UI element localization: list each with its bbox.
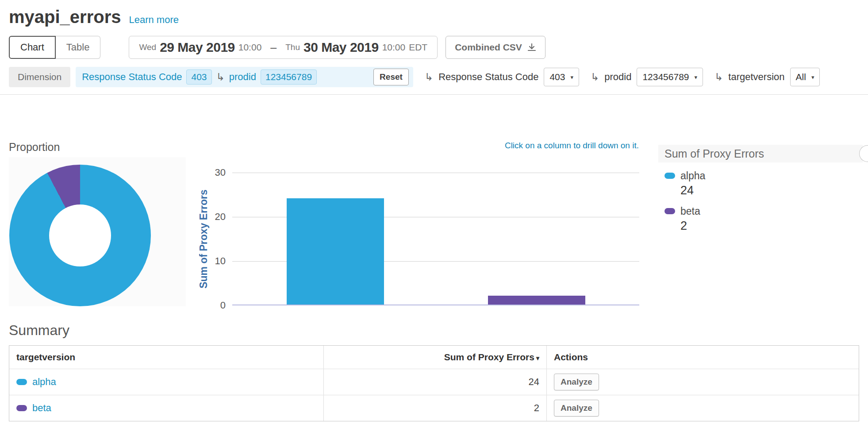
drilldown-icon: ↳ bbox=[714, 71, 723, 83]
column-header-actions: Actions bbox=[547, 346, 859, 369]
row-swatch-beta bbox=[16, 405, 27, 411]
legend-label-alpha: alpha bbox=[680, 170, 705, 182]
filter-row: Dimension Response Status Code 403 ↳ pro… bbox=[9, 67, 868, 87]
targetversion-select[interactable]: All ▾ bbox=[790, 68, 820, 86]
summary-table: targetversion Sum of Proxy Errors▾ Actio… bbox=[9, 345, 859, 421]
drilldown-hint: Click on a column to drill down on it. bbox=[232, 141, 639, 150]
y-axis-title: Sum of Proxy Errors bbox=[197, 173, 210, 305]
bar-chart bbox=[232, 173, 639, 305]
donut-chart[interactable] bbox=[9, 165, 151, 306]
cell-actions-alpha: Analyze bbox=[547, 369, 859, 395]
learn-more-link[interactable]: Learn more bbox=[129, 14, 179, 26]
y-tick-0: 0 bbox=[197, 300, 226, 311]
breadcrumb-dimension-1[interactable]: Response Status Code bbox=[82, 71, 182, 83]
legend-value-beta: 2 bbox=[680, 218, 863, 233]
legend-title: Sum of Proxy Errors bbox=[658, 145, 863, 162]
analyze-button-beta[interactable]: Analyze bbox=[554, 400, 599, 417]
y-tick-20: 20 bbox=[197, 211, 226, 223]
proportion-chart-card bbox=[9, 157, 186, 306]
reset-button[interactable]: Reset bbox=[373, 69, 409, 85]
row-link-beta[interactable]: beta bbox=[32, 402, 51, 414]
combined-csv-button[interactable]: Combined CSV bbox=[446, 36, 545, 59]
column-header-sum-of-proxy-errors[interactable]: Sum of Proxy Errors▾ bbox=[324, 346, 547, 369]
tab-chart[interactable]: Chart bbox=[9, 36, 56, 59]
chart-section: Proportion Click on a column to drill do… bbox=[0, 95, 868, 321]
legend-swatch-alpha bbox=[664, 173, 675, 179]
row-link-alpha[interactable]: alpha bbox=[32, 376, 56, 388]
chevron-down-icon: ▾ bbox=[811, 74, 814, 81]
column-header-targetversion[interactable]: targetversion bbox=[9, 346, 324, 369]
end-day: Thu bbox=[285, 42, 300, 52]
prodid-value: 123456789 bbox=[642, 72, 689, 82]
report-header: myapi_errors Learn more bbox=[0, 0, 868, 27]
table-header-row: targetversion Sum of Proxy Errors▾ Actio… bbox=[9, 346, 859, 369]
bar-beta[interactable] bbox=[488, 296, 585, 305]
bar-alpha[interactable] bbox=[287, 198, 384, 305]
filter-label-targetversion: targetversion bbox=[728, 71, 784, 83]
legend-swatch-beta bbox=[664, 208, 675, 214]
cell-actions-beta: Analyze bbox=[547, 395, 859, 421]
breadcrumb-dimension-2[interactable]: prodid bbox=[229, 71, 256, 83]
response-status-code-select[interactable]: 403 ▾ bbox=[544, 68, 579, 86]
end-date: 30 May 2019 bbox=[303, 40, 379, 55]
drilldown-icon: ↳ bbox=[425, 71, 433, 83]
end-time: 10:00 bbox=[382, 42, 406, 53]
gridline-30 bbox=[232, 173, 639, 173]
drilldown-icon: ↳ bbox=[216, 71, 225, 83]
filter-prodid: ↳ prodid 123456789 ▾ bbox=[591, 68, 703, 86]
legend-item-beta: beta bbox=[664, 205, 863, 217]
donut-hole bbox=[49, 204, 111, 266]
tab-table[interactable]: Table bbox=[56, 36, 101, 59]
x-axis-line bbox=[232, 305, 639, 305]
dimension-label: Dimension bbox=[9, 67, 70, 87]
download-icon bbox=[527, 43, 536, 52]
prodid-select[interactable]: 123456789 ▾ bbox=[637, 68, 703, 86]
table-row-alpha: alpha 24 Analyze bbox=[9, 369, 859, 395]
y-tick-30: 30 bbox=[197, 167, 226, 178]
drilldown-breadcrumb: Response Status Code 403 ↳ prodid 123456… bbox=[76, 67, 413, 87]
page-title: myapi_errors bbox=[9, 7, 121, 27]
breadcrumb-value-1[interactable]: 403 bbox=[186, 69, 211, 85]
cell-value-alpha: 24 bbox=[324, 369, 547, 395]
start-day: Wed bbox=[139, 42, 156, 52]
analyze-button-alpha[interactable]: Analyze bbox=[554, 374, 599, 390]
column-header-sum-label: Sum of Proxy Errors bbox=[444, 352, 534, 362]
legend-panel: Sum of Proxy Errors alpha 24 beta 2 bbox=[658, 145, 863, 236]
filter-targetversion: ↳ targetversion All ▾ bbox=[714, 68, 820, 86]
timezone-label: EDT bbox=[409, 42, 427, 53]
targetversion-value: All bbox=[796, 72, 806, 82]
proportion-title: Proportion bbox=[9, 141, 60, 154]
chevron-down-icon: ▾ bbox=[570, 74, 573, 81]
legend-item-alpha: alpha bbox=[664, 170, 863, 182]
breadcrumb-value-2[interactable]: 123456789 bbox=[261, 69, 317, 85]
summary-title: Summary bbox=[9, 321, 868, 339]
row-swatch-alpha bbox=[16, 379, 27, 385]
drilldown-icon: ↳ bbox=[591, 71, 599, 83]
table-row-beta: beta 2 Analyze bbox=[9, 395, 859, 421]
cell-targetversion-beta: beta bbox=[9, 395, 324, 421]
toolbar: Chart Table Wed 29 May 2019 10:00 – Thu … bbox=[9, 36, 868, 59]
filter-label-prodid: prodid bbox=[604, 71, 631, 83]
response-status-code-value: 403 bbox=[549, 72, 565, 82]
chevron-down-icon: ▾ bbox=[695, 74, 698, 81]
legend-label-beta: beta bbox=[680, 205, 700, 217]
filter-response-status-code: ↳ Response Status Code 403 ▾ bbox=[425, 68, 579, 86]
start-date: 29 May 2019 bbox=[160, 40, 235, 55]
combined-csv-label: Combined CSV bbox=[455, 42, 522, 53]
sort-desc-icon: ▾ bbox=[536, 355, 539, 362]
legend-value-alpha: 24 bbox=[680, 183, 863, 198]
date-range-separator: – bbox=[270, 41, 277, 54]
view-toggle: Chart Table bbox=[9, 36, 100, 59]
y-tick-10: 10 bbox=[197, 255, 226, 267]
cell-value-beta: 2 bbox=[324, 395, 547, 421]
start-time: 10:00 bbox=[238, 42, 262, 53]
cell-targetversion-alpha: alpha bbox=[9, 369, 324, 395]
date-range-picker[interactable]: Wed 29 May 2019 10:00 – Thu 30 May 2019 … bbox=[129, 36, 438, 59]
filter-label-response-status-code: Response Status Code bbox=[438, 71, 538, 83]
